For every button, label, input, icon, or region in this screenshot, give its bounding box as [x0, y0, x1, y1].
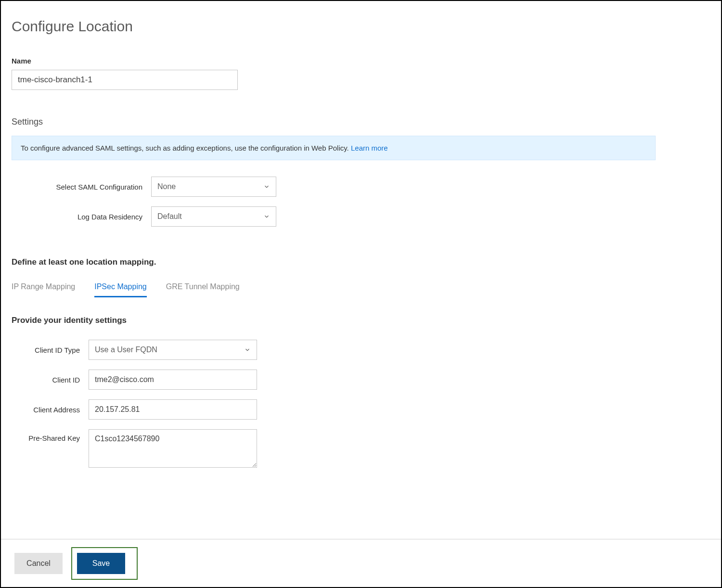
learn-more-link[interactable]: Learn more [351, 144, 388, 152]
client-id-type-label: Client ID Type [12, 346, 89, 354]
configure-location-panel: Configure Location Name Settings To conf… [0, 0, 722, 588]
psk-input[interactable] [89, 429, 257, 468]
page-title: Configure Location [12, 18, 710, 35]
name-label: Name [12, 57, 710, 65]
saml-config-select[interactable]: None [151, 177, 276, 197]
save-button[interactable]: Save [77, 553, 125, 574]
chevron-down-icon [263, 183, 270, 190]
mapping-tabs: IP Range Mapping IPSec Mapping GRE Tunne… [12, 281, 710, 297]
log-residency-label: Log Data Residency [12, 213, 151, 221]
define-mapping-text: Define at least one location mapping. [12, 257, 710, 267]
log-residency-select[interactable]: Default [151, 206, 276, 227]
save-callout: Save [71, 547, 138, 580]
saml-config-label: Select SAML Configuration [12, 183, 151, 191]
identity-heading: Provide your identity settings [12, 316, 710, 325]
cancel-button[interactable]: Cancel [14, 553, 63, 574]
identity-form: Client ID Type Use a User FQDN Client ID… [12, 340, 710, 468]
tab-gre[interactable]: GRE Tunnel Mapping [166, 281, 240, 297]
saml-info-banner: To configure advanced SAML settings, suc… [12, 136, 656, 160]
client-address-input[interactable] [89, 399, 257, 420]
saml-info-text: To configure advanced SAML settings, suc… [21, 144, 351, 152]
chevron-down-icon [244, 346, 251, 353]
client-address-label: Client Address [12, 406, 89, 414]
footer-bar: Cancel Save [1, 539, 721, 587]
name-input[interactable] [12, 70, 238, 90]
client-id-type-value: Use a User FQDN [95, 345, 157, 354]
client-id-type-select[interactable]: Use a User FQDN [89, 340, 257, 360]
log-residency-value: Default [157, 212, 182, 221]
client-id-input[interactable] [89, 370, 257, 390]
tab-ipsec[interactable]: IPSec Mapping [94, 281, 147, 297]
psk-label: Pre-Shared Key [12, 429, 89, 442]
chevron-down-icon [263, 213, 270, 220]
client-id-label: Client ID [12, 376, 89, 384]
saml-config-value: None [157, 182, 176, 191]
tab-ip-range[interactable]: IP Range Mapping [12, 281, 75, 297]
settings-heading: Settings [12, 117, 710, 127]
